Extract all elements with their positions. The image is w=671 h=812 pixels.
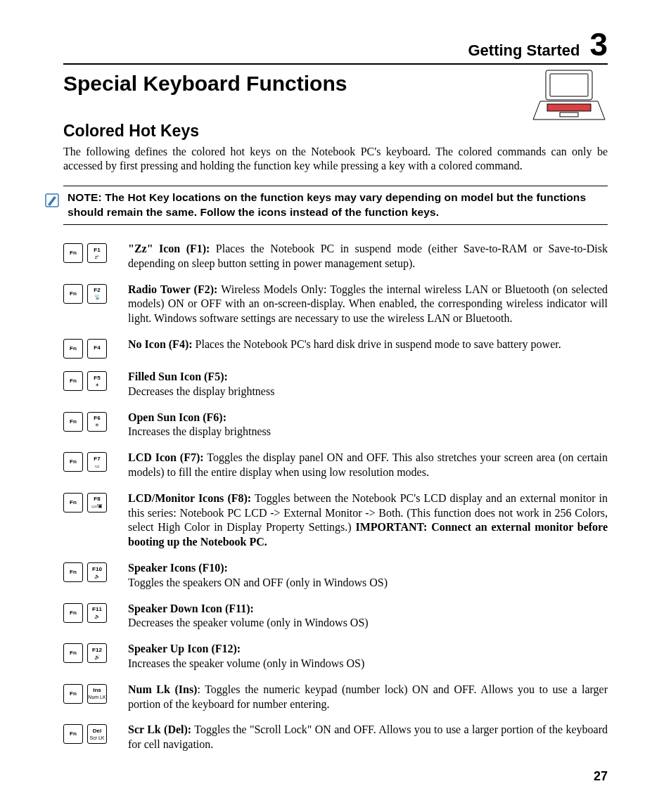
hotkey-body: Increases the display brightness xyxy=(128,425,271,437)
hotkey-row: FnInsNum LKNum Lk (Ins): Toggles the num… xyxy=(63,683,608,712)
hotkey-description: Scr Lk (Del): Toggles the "Scroll Lock" … xyxy=(128,723,608,752)
hotkey-keys: FnF4 xyxy=(63,337,115,359)
keycap-label: F2 xyxy=(94,288,100,293)
hotkey-keys: FnDelScr LK xyxy=(63,723,115,744)
fn-keycap: Fn xyxy=(63,493,83,513)
keycap-label: Fn xyxy=(70,691,77,697)
keycap-label: F4 xyxy=(94,345,100,351)
hotkey-keys: FnF1zᶻ xyxy=(63,242,115,263)
note-prefix: NOTE: xyxy=(68,191,102,203)
keycap-glyph-icon: 🔊 xyxy=(94,655,101,659)
hotkey-title: Speaker Icons (F10): xyxy=(128,562,228,574)
fn-keycap: Fn xyxy=(63,412,83,432)
keycap-glyph-icon: zᶻ xyxy=(95,254,100,259)
hotkey-description: Speaker Icons (F10): Toggles the speaker… xyxy=(128,561,608,591)
hotkey-row: FnF8▭/▣LCD/Monitor Icons (F8): Toggles b… xyxy=(63,491,608,550)
keycap-label: Fn xyxy=(70,500,77,505)
hotkey-row: FnF11🔉Speaker Down Icon (F11): Decreases… xyxy=(63,602,608,631)
hotkey-title: "Zz" Icon (F1): xyxy=(128,243,210,254)
hotkey-row: FnF4No Icon (F4): Places the Notebook PC… xyxy=(63,337,608,359)
hotkey-row: FnF5☀Filled Sun Icon (F5): Decreases the… xyxy=(63,370,608,399)
fkey-keycap: F5☀ xyxy=(87,371,107,391)
keycap-label: Fn xyxy=(70,250,77,256)
header-rule xyxy=(63,63,608,65)
subsection-title: Colored Hot Keys xyxy=(63,121,608,141)
hotkey-description: Num Lk (Ins): Toggles the numeric keypad… xyxy=(128,683,608,712)
hotkey-keys: FnF10🔈 xyxy=(63,561,115,582)
keycap-label: F6 xyxy=(94,415,100,421)
hotkey-body: Toggles the "Scroll Lock" ON and OFF. Al… xyxy=(128,723,608,750)
keycap-glyph-icon: Scr LK xyxy=(89,735,104,740)
fn-keycap: Fn xyxy=(63,643,83,663)
keycap-glyph-icon: ✳ xyxy=(95,423,99,427)
fkey-keycap: F7▭ xyxy=(87,452,107,472)
keycap-glyph-icon: 🔉 xyxy=(94,614,101,619)
svg-rect-2 xyxy=(547,104,591,111)
fn-keycap: Fn xyxy=(63,243,83,263)
hotkey-title: Num Lk (Ins) xyxy=(128,683,197,695)
fn-keycap: Fn xyxy=(63,603,83,623)
hotkey-title: LCD Icon (F7): xyxy=(128,451,204,463)
laptop-icon xyxy=(530,67,608,127)
hotkey-description: LCD Icon (F7): Toggles the display panel… xyxy=(128,451,608,480)
hotkey-row: FnDelScr LKScr Lk (Del): Toggles the "Sc… xyxy=(63,723,608,752)
fn-keycap: Fn xyxy=(63,284,83,304)
keycap-label: Fn xyxy=(70,419,77,425)
hotkey-row: FnF12🔊Speaker Up Icon (F12): Increases t… xyxy=(63,642,608,671)
svg-rect-3 xyxy=(560,112,578,117)
keycap-label: F8 xyxy=(94,496,100,502)
hotkey-description: LCD/Monitor Icons (F8): Toggles between … xyxy=(128,491,608,550)
hotkey-keys: FnInsNum LK xyxy=(63,683,115,704)
hotkey-title: Filled Sun Icon (F5): xyxy=(128,370,228,382)
keycap-label: Fn xyxy=(70,610,77,616)
fkey-keycap: F12🔊 xyxy=(87,643,107,663)
hotkey-list: FnF1zᶻ"Zz" Icon (F1): Places the Noteboo… xyxy=(63,242,608,752)
keycap-glyph-icon: Num LK xyxy=(88,695,106,700)
svg-rect-1 xyxy=(550,74,588,96)
fn-keycap: Fn xyxy=(63,339,83,359)
hotkey-keys: FnF5☀ xyxy=(63,370,115,391)
fkey-keycap: InsNum LK xyxy=(87,684,107,704)
chapter-number: 3 xyxy=(589,28,608,60)
svg-rect-0 xyxy=(546,70,592,100)
hotkey-body: Increases the speaker volume (only in Wi… xyxy=(128,657,364,669)
hotkey-description: "Zz" Icon (F1): Places the Notebook PC i… xyxy=(128,242,608,271)
keycap-label: Fn xyxy=(70,346,77,352)
hotkey-keys: FnF12🔊 xyxy=(63,642,115,663)
fn-keycap: Fn xyxy=(63,371,83,391)
hotkey-description: No Icon (F4): Places the Notebook PC's h… xyxy=(128,337,608,352)
keycap-label: Ins xyxy=(93,688,101,693)
fkey-keycap: DelScr LK xyxy=(87,724,107,744)
keycap-glyph-icon: ▭ xyxy=(95,463,100,468)
hotkey-keys: FnF6✳ xyxy=(63,411,115,432)
keycap-label: Fn xyxy=(70,459,77,465)
hotkey-body: Decreases the display brightness xyxy=(128,385,274,397)
page-number: 27 xyxy=(594,768,608,785)
intro-paragraph: The following defines the colored hot ke… xyxy=(63,145,608,173)
keycap-glyph-icon: ☀ xyxy=(95,382,99,387)
manual-page: Getting Started 3 Special Keyboard Funct… xyxy=(0,0,671,812)
hotkey-title: Open Sun Icon (F6): xyxy=(128,411,226,423)
hotkey-body: : Toggles the numeric keypad (number loc… xyxy=(128,683,608,710)
hotkey-description: Speaker Down Icon (F11): Decreases the s… xyxy=(128,602,608,631)
hotkey-body: Places the Notebook PC's hard disk drive… xyxy=(193,338,561,350)
hotkey-title: Speaker Down Icon (F11): xyxy=(128,602,254,614)
hotkey-keys: FnF11🔉 xyxy=(63,602,115,623)
hotkey-title: Speaker Up Icon (F12): xyxy=(128,643,241,655)
page-title: Special Keyboard Functions xyxy=(63,70,608,97)
note-icon xyxy=(44,192,60,212)
note-body: The Hot Key locations on the function ke… xyxy=(68,191,586,218)
running-header: Getting Started 3 xyxy=(63,28,608,60)
fn-keycap: Fn xyxy=(63,684,83,704)
fkey-keycap: F8▭/▣ xyxy=(87,493,107,513)
keycap-glyph-icon: 📡 xyxy=(94,295,101,299)
fkey-keycap: F1zᶻ xyxy=(87,243,107,263)
hotkey-body: Toggles the speakers ON and OFF (only in… xyxy=(128,576,388,588)
hotkey-title: Scr Lk (Del): xyxy=(128,723,191,735)
keycap-label: F12 xyxy=(92,647,102,653)
hotkey-row: FnF6✳Open Sun Icon (F6): Increases the d… xyxy=(63,411,608,440)
keycap-label: Fn xyxy=(70,731,77,737)
fkey-keycap: F6✳ xyxy=(87,412,107,432)
hotkey-row: FnF1zᶻ"Zz" Icon (F1): Places the Noteboo… xyxy=(63,242,608,271)
fn-keycap: Fn xyxy=(63,724,83,744)
